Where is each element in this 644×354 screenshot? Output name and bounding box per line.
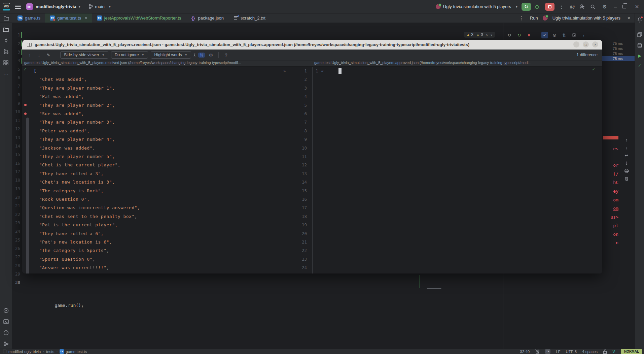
- breadcrumb-folder[interactable]: tests: [46, 350, 54, 354]
- scroll-to-bottom-icon[interactable]: ↓: [623, 144, 630, 151]
- debug-icon[interactable]: [534, 4, 542, 9]
- sort-icon[interactable]: ⇅: [561, 32, 568, 38]
- diff-splitter[interactable]: [312, 67, 313, 273]
- next-problem-icon[interactable]: ˅: [491, 33, 493, 37]
- project-icon[interactable]: [1, 25, 11, 34]
- run-config-selector[interactable]: Ugly trivia.simulation with 5 players ▼: [436, 4, 518, 9]
- encoding-selector[interactable]: UTF-8: [566, 350, 577, 354]
- clear-icon[interactable]: [623, 175, 630, 182]
- editor-line-number: 26: [12, 244, 20, 253]
- console-error-fragment[interactable]: om: [613, 197, 618, 202]
- dialog-minimize-icon[interactable]: –: [573, 41, 579, 47]
- restore-icon[interactable]: [622, 5, 630, 8]
- highlight-mode-dropdown[interactable]: Highlight words▼: [151, 51, 191, 59]
- breadcrumb-project[interactable]: modified-ugly-trivia: [8, 350, 41, 354]
- more-icon[interactable]: ⋮: [518, 15, 525, 21]
- editor-tab-game.ts[interactable]: TSgame.ts: [13, 13, 45, 23]
- indent-selector[interactable]: 4 spaces: [582, 350, 598, 354]
- chevron-right-icon: ›: [43, 350, 44, 353]
- viewer-mode-dropdown[interactable]: Side-by-side viewer▼: [60, 51, 108, 59]
- stop-icon[interactable]: ■: [526, 32, 532, 38]
- stop-button[interactable]: [545, 3, 554, 11]
- project-selector[interactable]: modified-ugly-trivia: [36, 4, 76, 9]
- notifications-bell-icon[interactable]: [636, 16, 643, 24]
- close-icon[interactable]: ✕: [625, 16, 633, 21]
- run-tool-icon[interactable]: [1, 306, 11, 315]
- prev-problem-icon[interactable]: ˄: [486, 33, 488, 37]
- editor-tab-game.test.ts[interactable]: TSgame.test.ts×: [45, 13, 92, 23]
- diff-settings-gear-icon[interactable]: ⚙: [208, 53, 214, 58]
- received-json-line: "Chet's new location is 3",: [34, 178, 115, 186]
- pull-requests-icon[interactable]: [1, 47, 11, 56]
- diff-dialog-titlebar[interactable]: game.test.Ugly_trivia_simulation_with_5_…: [22, 40, 602, 50]
- inspections-widget[interactable]: ▲ 3 ▲ 3 ˄ ˅: [464, 32, 495, 38]
- history-clock-icon[interactable]: [571, 32, 577, 38]
- breadcrumb-file[interactable]: game.test.ts: [66, 350, 87, 354]
- editor-line-number: 19: [12, 185, 20, 193]
- error-stripe-mark[interactable]: [24, 112, 27, 115]
- console-error-fragment[interactable]: om: [613, 206, 618, 211]
- horizontal-scrollbar[interactable]: [427, 288, 441, 289]
- editor-tab-scratch_2.txt[interactable]: scratch_2.txt: [228, 13, 270, 23]
- dialog-maximize-icon[interactable]: □: [583, 41, 589, 47]
- editor-tab-package.json[interactable]: {}package.json: [186, 13, 228, 23]
- main-menu-icon[interactable]: [15, 5, 21, 9]
- help-icon[interactable]: ?: [223, 53, 229, 58]
- vcs-icon[interactable]: [1, 339, 11, 349]
- exp-chevron-icon[interactable]: »: [283, 67, 286, 75]
- diff-line-number: 25: [281, 272, 307, 273]
- print-icon[interactable]: [623, 168, 630, 174]
- close-tab-icon[interactable]: ×: [85, 15, 87, 21]
- sync-scroll-icon[interactable]: ⇅: [198, 53, 205, 58]
- exp-chevron-icon[interactable]: «: [321, 67, 324, 75]
- database-icon[interactable]: [636, 42, 643, 49]
- vcs-change-marker[interactable]: [21, 32, 22, 38]
- terminal-icon[interactable]: [1, 317, 11, 326]
- editor-tab-jestApprovalsWithWebStormReporter.ts[interactable]: TSjestApprovalsWithWebStormReporter.ts: [92, 13, 186, 23]
- scroll-to-end-icon[interactable]: ⇓: [623, 160, 630, 166]
- show-passed-icon[interactable]: ✓: [541, 32, 548, 38]
- line-ending-selector[interactable]: LF: [556, 350, 560, 354]
- rerun-failed-icon[interactable]: ↻: [516, 32, 523, 38]
- edit-pencil-icon[interactable]: ✎: [45, 53, 52, 58]
- tool-window-tab-run[interactable]: Run: [530, 15, 538, 21]
- whitespace-policy-dropdown[interactable]: Do not ignore▼: [111, 51, 148, 59]
- unlock-icon[interactable]: [603, 349, 607, 354]
- error-stripe-mark[interactable]: [24, 104, 27, 106]
- vim-mode-badge[interactable]: NORMAL: [621, 349, 642, 354]
- highlighting-level-icon[interactable]: [535, 349, 540, 354]
- left-pane-scrollbar[interactable]: [26, 118, 29, 273]
- run-tab-title[interactable]: Ugly trivia.simulation with 5 players: [552, 15, 620, 21]
- problems-icon[interactable]: [1, 328, 11, 337]
- structure-icon[interactable]: [1, 58, 11, 67]
- branch-selector[interactable]: main ▼: [88, 4, 111, 9]
- collapse-unchanged-icon[interactable]: ˅˄: [194, 53, 195, 57]
- run-window-icon[interactable]: ▶: [636, 52, 643, 59]
- previous-difference-icon[interactable]: ↑: [26, 53, 33, 58]
- close-icon[interactable]: ✕: [633, 4, 641, 10]
- layers-icon[interactable]: [636, 31, 643, 38]
- typescript-service-badge[interactable]: TS: [545, 349, 550, 354]
- more-tool-windows-icon[interactable]: ⋯: [1, 69, 11, 78]
- dialog-close-icon[interactable]: ×: [592, 41, 598, 47]
- diff-content[interactable]: ✓ [1 "Chet was added",2 "They are player…: [22, 67, 602, 273]
- more-icon[interactable]: ⋮: [580, 32, 587, 38]
- ignore-icon[interactable]: ⊘: [551, 32, 558, 38]
- ideavim-icon[interactable]: V: [612, 349, 615, 354]
- minimize-icon[interactable]: –: [612, 4, 619, 9]
- search-icon[interactable]: [590, 4, 598, 9]
- next-difference-icon[interactable]: ↓: [36, 53, 42, 58]
- console-error-fragment[interactable]: ey: [613, 189, 618, 194]
- project-tree-icon[interactable]: [0, 13, 13, 23]
- commit-icon[interactable]: [1, 36, 11, 45]
- settings-gear-icon[interactable]: ⚙: [601, 4, 608, 10]
- ai-assistant-icon[interactable]: @: [569, 4, 576, 9]
- console-error-fragment[interactable]: (/: [613, 171, 618, 176]
- scroll-to-top-icon[interactable]: ↑: [623, 137, 630, 143]
- add-user-icon[interactable]: [579, 4, 587, 9]
- caret-position[interactable]: 32:40: [520, 350, 530, 354]
- rerun-button[interactable]: ↻: [522, 3, 531, 11]
- more-icon[interactable]: ⋮: [558, 4, 565, 10]
- rerun-icon[interactable]: ↻: [506, 32, 513, 38]
- soft-wrap-icon[interactable]: ↩: [623, 152, 630, 158]
